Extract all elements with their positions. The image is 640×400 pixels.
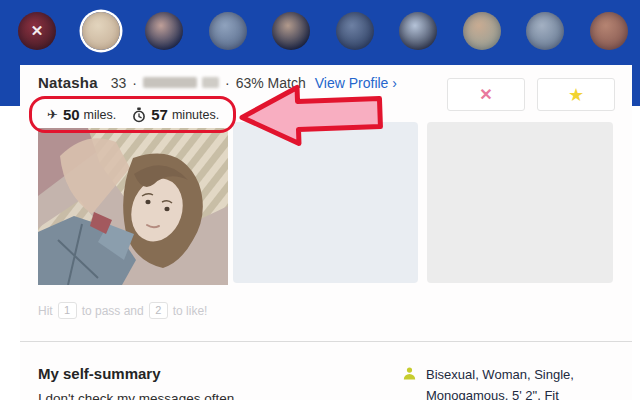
photo-placeholder-2[interactable] xyxy=(427,122,613,283)
self-summary-heading: My self-summary xyxy=(38,365,161,382)
avatar-dismissed[interactable]: ✕ xyxy=(18,12,56,50)
photo-placeholder-1[interactable] xyxy=(233,122,418,283)
hint-text: to like! xyxy=(173,304,208,318)
profile-age: 33 xyxy=(111,75,127,91)
avatar[interactable] xyxy=(336,12,374,50)
avatar[interactable] xyxy=(209,12,247,50)
section-divider xyxy=(20,341,632,342)
profile-name: Natasha xyxy=(38,74,98,91)
avatar[interactable] xyxy=(145,12,183,50)
avatar-selected[interactable] xyxy=(82,12,120,50)
hint-text: to pass and xyxy=(82,304,144,318)
basics-details: Bisexual, Woman, Single, Monogamous, 5' … xyxy=(403,364,574,400)
profile-card: Natasha 33 · · 63% Match View Profile › … xyxy=(20,65,632,400)
profile-photo[interactable] xyxy=(38,128,228,285)
basics-text: Bisexual, Woman, Single, Monogamous, 5' … xyxy=(426,364,574,400)
quickmatch-window: ✕ Natasha 33 · · 63% Match View Profile … xyxy=(0,0,640,400)
stats-row: ✈ 50 miles. 57 minutes. xyxy=(47,106,235,123)
location-redacted-blur xyxy=(143,77,219,88)
separator-dot: · xyxy=(132,75,137,91)
match-carousel: ✕ xyxy=(0,0,640,62)
avatar[interactable] xyxy=(272,12,310,50)
dismiss-x-icon: ✕ xyxy=(18,12,56,50)
basics-line-1: Bisexual, Woman, Single, xyxy=(426,364,574,385)
key-2-badge: 2 xyxy=(149,302,168,319)
self-summary-text: I don't check my messages often. xyxy=(38,391,238,400)
avatar[interactable] xyxy=(399,12,437,50)
view-profile-link[interactable]: View Profile › xyxy=(315,75,397,91)
match-percent: 63% Match xyxy=(236,75,306,91)
star-icon: ★ xyxy=(568,84,584,106)
avatar[interactable] xyxy=(463,12,501,50)
like-star-button[interactable]: ★ xyxy=(537,78,615,111)
x-icon: ✕ xyxy=(479,85,492,104)
plane-icon: ✈ xyxy=(47,107,58,122)
keyboard-hint: Hit 1 to pass and 2 to like! xyxy=(38,302,207,319)
distance-unit: miles. xyxy=(84,108,117,122)
avatar[interactable] xyxy=(526,12,564,50)
distance-value: 50 xyxy=(63,106,80,123)
person-icon xyxy=(403,367,416,380)
pass-button[interactable]: ✕ xyxy=(447,78,525,111)
profile-header: Natasha 33 · · 63% Match View Profile › xyxy=(38,74,397,91)
avatar[interactable] xyxy=(590,12,628,50)
reply-value: 57 xyxy=(151,106,168,123)
clock-icon xyxy=(132,107,146,123)
hint-text: Hit xyxy=(38,304,53,318)
separator-dot: · xyxy=(225,75,230,91)
basics-line-2: Monogamous, 5' 2", Fit xyxy=(426,385,574,400)
reply-unit: minutes. xyxy=(172,108,219,122)
key-1-badge: 1 xyxy=(58,302,77,319)
